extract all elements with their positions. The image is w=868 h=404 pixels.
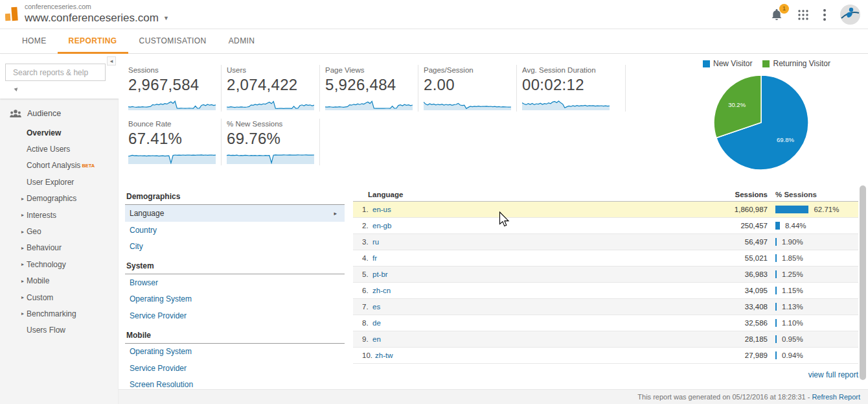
table-row-pt-br[interactable]: 5.pt-br36,9831.25% xyxy=(353,267,858,283)
cell-pct-sessions: 1.10% xyxy=(768,319,858,327)
table-row-zh-tw[interactable]: 10.zh-tw27,9890.94% xyxy=(353,348,858,364)
metric-label: Sessions xyxy=(128,66,221,74)
sidebar-item-benchmarking[interactable]: ▸Benchmarking xyxy=(0,305,118,322)
explorer-link-mobile-operating-system[interactable]: Operating System xyxy=(125,344,345,361)
sidebar-item-user-explorer[interactable]: User Explorer xyxy=(0,174,118,190)
expand-arrow-icon: ▸ xyxy=(21,278,27,284)
explorer-link-label: Operating System xyxy=(130,294,192,303)
sidebar-item-active-users[interactable]: Active Users xyxy=(0,141,118,157)
language-link[interactable]: en-us xyxy=(372,206,391,213)
pct-bar xyxy=(775,303,777,311)
language-link[interactable]: zh-cn xyxy=(372,287,391,294)
sidebar-item-label: Technology xyxy=(27,260,66,269)
pct-bar xyxy=(775,222,780,230)
visitor-pie-chart[interactable]: 69.8%30.2% xyxy=(713,74,810,171)
table-row-zh-cn[interactable]: 6.zh-cn34,0951.15% xyxy=(353,283,858,299)
sidebar-section-audience[interactable]: Audience xyxy=(0,106,118,121)
tab-admin[interactable]: ADMIN xyxy=(218,30,266,54)
table-row-en[interactable]: 9.en28,1850.95% xyxy=(353,331,858,348)
metric-card-new-sessions: % New Sessions69.76% xyxy=(227,119,320,165)
language-link[interactable]: pt-br xyxy=(372,270,388,278)
legend-swatch-blue xyxy=(703,60,710,67)
language-link[interactable]: de xyxy=(372,319,381,327)
table-row-en-gb[interactable]: 2.en-gb250,4578.44% xyxy=(353,218,858,234)
row-rank: 5. xyxy=(362,270,370,278)
tab-customisation[interactable]: CUSTOMISATION xyxy=(128,30,218,54)
language-link[interactable]: en xyxy=(372,335,381,343)
metric-label: Pages/Session xyxy=(424,66,516,74)
search-box xyxy=(5,64,106,81)
avatar[interactable] xyxy=(840,5,860,25)
explorer-link-system-browser[interactable]: Browser xyxy=(125,274,345,291)
explorer-link-system-service-provider[interactable]: Service Provider xyxy=(125,307,345,324)
sidebar-item-custom[interactable]: ▸Custom xyxy=(0,289,118,305)
metric-sparkline xyxy=(522,96,610,110)
language-link[interactable]: ru xyxy=(372,238,379,246)
language-link[interactable]: zh-tw xyxy=(375,351,393,359)
tab-home[interactable]: HOME xyxy=(11,30,58,54)
refresh-report-link[interactable]: Refresh Report xyxy=(812,393,860,401)
cell-pct-sessions: 1.85% xyxy=(768,254,858,262)
apps-grid-icon[interactable] xyxy=(797,9,809,21)
kebab-menu-icon[interactable] xyxy=(823,8,827,21)
explorer-link-demographics-country[interactable]: Country xyxy=(125,222,345,239)
metric-card-page-views: Page Views5,926,484 xyxy=(325,65,418,112)
notifications-button[interactable]: 1 xyxy=(770,8,784,22)
pct-bar xyxy=(775,254,777,262)
tab-reporting[interactable]: REPORTING xyxy=(58,30,128,54)
row-rank: 6. xyxy=(362,287,370,294)
explorer-link-demographics-language[interactable]: Language▸ xyxy=(125,205,345,222)
row-rank: 3. xyxy=(362,238,370,246)
pct-bar xyxy=(775,335,777,343)
language-link[interactable]: en-gb xyxy=(372,222,391,230)
primary-nav: HOMEREPORTINGCUSTOMISATIONADMIN xyxy=(0,30,868,54)
table-row-ru[interactable]: 3.ru56,4971.90% xyxy=(353,234,858,250)
sidebar-item-label: Interests xyxy=(27,211,56,220)
sidebar-item-technology[interactable]: ▸Technology xyxy=(0,256,118,272)
sidebar-item-geo[interactable]: ▸Geo xyxy=(0,223,118,239)
expand-arrow-icon: ▸ xyxy=(21,311,27,316)
language-link[interactable]: fr xyxy=(372,254,377,262)
column-header-language[interactable]: Language xyxy=(353,191,690,198)
column-header-sessions[interactable]: Sessions xyxy=(690,191,768,198)
sidebar-item-mobile[interactable]: ▸Mobile xyxy=(0,273,118,289)
expand-arrow-icon: ▸ xyxy=(21,261,27,267)
cell-sessions: 250,457 xyxy=(690,222,768,230)
pct-label: 0.95% xyxy=(782,335,803,343)
legend-item-returning-visitor[interactable]: Returning Visitor xyxy=(762,59,830,68)
sidebar-item-demographics[interactable]: ▸Demographics xyxy=(0,191,118,207)
audience-icon xyxy=(9,107,22,120)
cell-sessions: 28,185 xyxy=(690,335,768,343)
vertical-scrollbar[interactable] xyxy=(860,185,866,380)
cell-pct-sessions: 1.15% xyxy=(768,287,858,294)
sidebar-item-interests[interactable]: ▸Interests xyxy=(0,207,118,223)
column-header-pct-sessions[interactable]: % Sessions xyxy=(768,191,858,198)
cell-sessions: 32,586 xyxy=(690,319,768,327)
language-link[interactable]: es xyxy=(372,303,380,311)
main-content: Sessions2,967,584Users2,074,422Page View… xyxy=(119,54,868,404)
sidebar-item-label: Demographics xyxy=(27,194,76,203)
property-selector[interactable]: www.conferenceseries.com ▼ xyxy=(25,12,169,25)
cell-language: 6.zh-cn xyxy=(353,287,690,294)
cell-pct-sessions: 1.13% xyxy=(768,303,858,311)
search-input[interactable] xyxy=(13,68,113,77)
expand-arrow-icon: ▸ xyxy=(21,245,27,251)
explorer-link-demographics-city[interactable]: City xyxy=(125,239,345,255)
row-rank: 4. xyxy=(362,254,370,262)
pie-slice-label: 69.8% xyxy=(777,136,794,143)
table-row-en-us[interactable]: 1.en-us1,860,98762.71% xyxy=(353,202,858,218)
pct-label: 1.25% xyxy=(782,270,803,278)
view-full-report-link[interactable]: view full report xyxy=(353,370,858,379)
explorer-link-system-operating-system[interactable]: Operating System xyxy=(125,291,345,308)
table-row-fr[interactable]: 4.fr55,0211.85% xyxy=(353,250,858,267)
sidebar-collapse-button[interactable]: ◂ xyxy=(107,56,116,65)
sidebar-item-cohort-analysis[interactable]: Cohort AnalysisBETA xyxy=(0,158,118,174)
table-row-es[interactable]: 7.es33,4081.13% xyxy=(353,299,858,315)
table-row-de[interactable]: 8.de32,5861.10% xyxy=(353,315,858,331)
cell-pct-sessions: 0.95% xyxy=(768,335,858,343)
explorer-link-mobile-service-provider[interactable]: Service Provider xyxy=(125,360,345,377)
sidebar-item-users-flow[interactable]: Users Flow xyxy=(0,322,118,339)
legend-item-new-visitor[interactable]: New Visitor xyxy=(703,59,752,68)
sidebar-item-behaviour[interactable]: ▸Behaviour xyxy=(0,240,118,256)
sidebar-item-overview[interactable]: Overview xyxy=(0,125,118,141)
